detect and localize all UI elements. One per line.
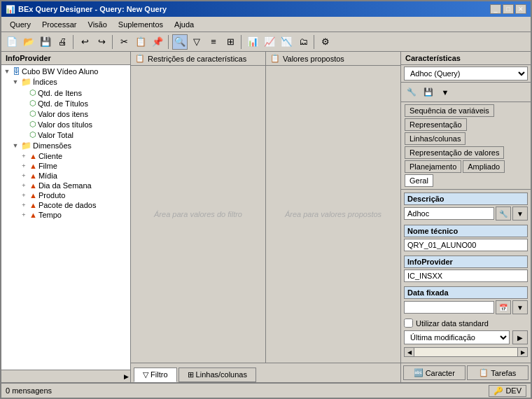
list-item[interactable]: + ▲ Mídia [3,171,129,181]
columns-button[interactable]: ⊞ [223,34,238,50]
filter-section: 📋 Restrições de características Área par… [131,52,266,363]
dim-item-5: Pacote de dados [38,201,97,209]
list-item[interactable]: + ▲ Produto [3,190,129,200]
descricao-label: Descrição [404,192,528,205]
ultima-btn[interactable]: ▶ [512,330,528,344]
tb9[interactable]: ⚙ [318,34,333,50]
open-button[interactable]: 📂 [21,34,36,50]
dev-label: DEV [505,386,522,395]
right-tab-ampliado[interactable]: Ampliado [463,160,505,173]
right-tab-sequencia[interactable]: Sequência de variáveis [405,104,494,117]
tarefas-icon: 📋 [479,368,489,377]
right-tab-representacao[interactable]: Representação [405,118,467,131]
menu-processar[interactable]: Processar [36,19,83,30]
right-tab-planejamento[interactable]: Planejamento [405,160,461,173]
valores-label: Valores propostos [283,55,344,63]
indices-folder[interactable]: ▼ 📁 Índices [3,76,129,88]
menu-ajuda[interactable]: Ajuda [169,19,200,30]
list-item[interactable]: ⬡ Qtd. de Itens [3,88,129,98]
list-item[interactable]: + ▲ Pacote de dados [3,200,129,210]
menu-visao[interactable]: Visão [83,19,113,30]
list-item[interactable]: ⬡ Qtd. de Títulos [3,98,129,108]
dim-expander-0[interactable]: + [20,153,28,160]
right-tb-btn-3[interactable]: ▼ [438,85,453,100]
title-bar: 📊 BEx Query Designer - Query: New Query … [1,1,531,17]
copy-button[interactable]: 📋 [133,34,148,50]
caracter-button[interactable]: 🔤 Caracter [403,365,465,380]
tb6[interactable]: 📈 [262,34,277,50]
caracteristicas-panel: Características Adhoc (Query) 🔧 💾 ▼ Sequ… [401,52,531,382]
query-button[interactable]: 🔍 [172,34,188,50]
tab-linhas-colunas[interactable]: ⊞ Linhas/colunas [178,368,256,382]
close-button[interactable]: ✕ [515,4,526,14]
list-item[interactable]: + ▲ Tempo [3,210,129,220]
cube-expander[interactable]: ▼ [3,68,11,75]
descricao-dropdown-btn[interactable]: ▼ [512,206,528,220]
filter-placeholder: Área para valores do filtro [154,210,242,218]
data-fixada-group: Data fixada 📅 ▼ [404,286,528,314]
measure-icon-4: ⬡ [29,130,36,139]
list-item[interactable]: + ▲ Cliente [3,151,129,161]
tb7[interactable]: 📉 [279,34,294,50]
descricao-btn[interactable]: 🔧 [496,206,511,220]
ultima-dropdown[interactable]: Última modificação [404,330,510,344]
middle-top: 📋 Restrições de características Área par… [131,52,400,363]
infoprovider-header: InfoProvider [1,52,130,65]
tarefas-button[interactable]: 📋 Tarefas [467,365,529,380]
minimize-button[interactable]: _ [490,4,501,14]
data-fixada-btn-1[interactable]: 📅 [496,300,511,314]
descricao-input[interactable] [404,207,494,220]
right-tb-btn-1[interactable]: 🔧 [404,85,419,100]
dimensoes-folder[interactable]: ▼ 📁 Dimensões [3,140,129,151]
right-tab-rep-valores[interactable]: Representação de valores [405,146,504,159]
data-fixada-btn-2[interactable]: ▼ [512,300,528,314]
infoprovider-input[interactable] [404,270,528,282]
scroll-left-btn[interactable]: ◀ [405,348,414,356]
dimensoes-expander[interactable]: ▼ [11,142,20,149]
dimensoes-folder-icon: 📁 [21,141,31,150]
measure-icon-1: ⬡ [29,99,36,108]
list-item[interactable]: ⬡ Valor dos títulos [3,119,129,130]
data-fixada-input[interactable] [404,301,494,314]
middle-panel: 📋 Restrições de características Área par… [131,52,401,382]
tb5[interactable]: 📊 [245,34,260,50]
values-body: Área para valores propostos [266,66,400,363]
rows-button[interactable]: ≡ [206,34,221,50]
indices-expander[interactable]: ▼ [11,78,20,85]
new-button[interactable]: 📄 [4,34,20,50]
scroll-right-arrow[interactable]: ▶ [124,373,129,380]
paste-button[interactable]: 📌 [150,34,165,50]
menu-suplementos[interactable]: Suplementos [113,19,169,30]
dev-icon: 🔑 [493,386,503,396]
list-item[interactable]: + ▲ Dia da Semana [3,181,129,190]
infoprovider-group: InfoProvider [404,255,528,282]
cube-item[interactable]: ▼ 🗄 Cubo BW Vídeo Aluno [3,66,129,76]
maximize-button[interactable]: □ [503,4,514,14]
undo-button[interactable]: ↩ [77,34,92,50]
filter-button[interactable]: ▽ [189,34,204,50]
utilizar-checkbox[interactable] [404,318,413,328]
separator-3 [168,35,169,49]
dim-icon-3: ▲ [29,181,37,190]
nome-tecnico-input[interactable] [404,239,528,251]
print-button[interactable]: 🖨 [55,34,70,50]
dim-icon-6: ▲ [29,211,37,219]
redo-button[interactable]: ↪ [94,34,109,50]
caracter-label: Caracter [426,369,455,377]
scroll-right-btn[interactable]: ▶ [517,348,527,356]
cut-button[interactable]: ✂ [116,34,132,50]
status-bar: 0 mensagens 🔑 DEV [1,382,531,398]
right-tab-geral[interactable]: Geral [405,174,433,187]
dim-item-1: Filme [38,162,57,170]
form-scrollbar[interactable]: ◀ ▶ [404,347,528,357]
list-item[interactable]: ⬡ Valor dos itens [3,108,129,119]
right-tab-linhas[interactable]: Linhas/colunas [405,132,465,145]
list-item[interactable]: + ▲ Filme [3,161,129,171]
adhoc-dropdown[interactable]: Adhoc (Query) [404,66,528,80]
list-item[interactable]: ⬡ Valor Total [3,130,129,140]
tab-filtro[interactable]: ▽ Filtro [134,368,177,382]
save-button[interactable]: 💾 [38,34,53,50]
tb8[interactable]: 🗂 [295,34,311,50]
right-tb-btn-2[interactable]: 💾 [421,85,436,100]
menu-query[interactable]: Query [4,19,36,30]
